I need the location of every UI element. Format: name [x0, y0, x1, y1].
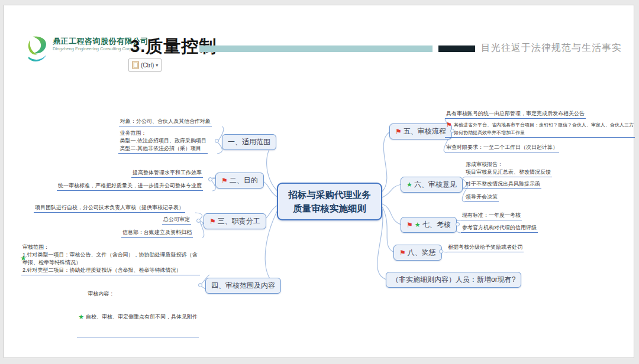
branch-node-audit-process: ⚑ 五、审核流程 — [389, 124, 452, 139]
slide-canvas: 鼎正工程咨询股份有限公司 Dingzheng Engineering Consu… — [0, 0, 639, 364]
branch-label: 六、审核意见 — [414, 180, 457, 190]
collapse-handle — [215, 139, 219, 143]
leaf-audit-content-title: 审核内容： — [78, 290, 198, 298]
branch-node-scope: 一、适用范围 — [222, 134, 276, 150]
leaf-duty-info-dept: 信息部：台账建立及资料归档 — [121, 229, 193, 238]
leaf-assessment-credit: 参考官方机构对代理的信用评级 — [461, 224, 538, 233]
collapse-handle — [208, 177, 212, 181]
leaf-process-platforms: ⚑ 其他进省外平台、省内地县市平台项目：走钉钉？微信？合伙人、审定人、合伙人三方… — [445, 121, 635, 138]
branch-node-audit-opinion: ★ 六、审核意见 — [401, 177, 463, 193]
collapse-handle — [456, 222, 460, 226]
collapse-handle — [198, 283, 202, 287]
leaf-purpose-standard: 统一审核标准，严格把好质量关，进一步提升公司整体专业度 — [57, 182, 203, 191]
leaf-purpose-efficiency: 提高整体管理水平和工作效率 — [131, 169, 203, 178]
leaf-audit-content: 审核内容： ★ 自校、审核、审定侧重点有所不同，具体见附件 — [77, 275, 199, 337]
collapse-handle — [439, 249, 443, 254]
star-icon: ★ — [78, 314, 84, 320]
leaf-process-time-limit: 审查时限要求：一至二个工作日（次日起计算） — [445, 144, 559, 152]
branch-node-purpose: ⚑ 二、目的 — [215, 173, 264, 188]
leaf-opinion-leader-meeting: 领导开会决策 — [464, 193, 499, 202]
leaf-audit-content-detail: 自校、审核、审定侧重点有所不同，具体见附件 — [86, 313, 198, 321]
flag-icon: ⚑ — [209, 218, 216, 225]
leaf-opinion-risk-letter: 对于不整改情况出具风险提示函 — [464, 180, 541, 189]
leaf-reward-rule: 根据考核分级给予奖励或者处罚 — [447, 243, 524, 252]
flag-icon: ⚑ — [446, 122, 452, 128]
star-icon: ★ — [415, 222, 421, 228]
leaf-opinion-report: 形成审核报告： 项目审核意见汇总表、整改情况反馈 — [464, 161, 552, 177]
branch-label: 一、适用范围 — [228, 137, 270, 147]
branch-node-assessment: ⚑ ★ 七、考核 — [401, 217, 457, 233]
branch-node-duties: ⚑ 三、职责分工 — [204, 213, 266, 229]
branch-label: （非实施细则内容）人员：新增or现有? — [392, 275, 515, 285]
leaf-scope-target: 对象：分公司、合伙人及其他合作对象 — [119, 118, 212, 126]
flag-icon: ⚑ — [399, 249, 406, 256]
leaf-audit-scope: 审核范围： 1.针对类型一项目：审核公告、文件（含合同），协协助处理质疑投诉（含… — [21, 243, 200, 275]
collapse-handle — [196, 219, 201, 223]
leaf-duty-hq: 总公司审定 — [162, 216, 191, 225]
leaf-duty-team: 项目团队进行自校，分公司技术负责人审核（提供审核记录表） — [34, 204, 185, 213]
leaf-process-platforms-text: 其他进省外平台、省内地县市平台项目：走钉钉？微信？合伙人、审定人、合伙人三方 如… — [454, 121, 634, 136]
leaf-assessment-standard: 现有标准：一年度一考核 — [461, 212, 522, 220]
star-icon: ★ — [406, 181, 412, 188]
branch-label: 五、审核流程 — [404, 126, 446, 136]
branch-label: 三、职责分工 — [218, 216, 260, 226]
branch-node-personnel: （非实施细则内容）人员：新增or现有? — [386, 272, 521, 288]
leaf-process-account: 具有审核账号的统一由总部管理，审定完成后发布相关公告 — [445, 110, 586, 119]
slide: 鼎正工程咨询股份有限公司 Dingzheng Engineering Consu… — [4, 5, 634, 358]
flag-icon: ⚑ — [406, 222, 413, 229]
mindmap-root-node: 招标与采购代理业务 质量审核实施细则 — [277, 183, 382, 220]
flag-icon: ⚑ — [395, 128, 402, 135]
branch-node-reward-punishment: ⚑ 八、奖惩 — [393, 245, 442, 261]
branch-label: 七、考核 — [422, 220, 451, 230]
branch-label: 四、审核范围及内容 — [211, 281, 275, 291]
leaf-scope-business: 业务范围： 类型一.依法必招项目、政府采购项目 类型二.其他非依法必招（采）项目 — [118, 129, 208, 154]
branch-label: 八、奖惩 — [408, 248, 436, 258]
branch-label: 二、目的 — [230, 176, 258, 186]
branch-node-audit-scope-content: 四、审核范围及内容 — [205, 278, 281, 294]
flag-icon: ⚑ — [221, 177, 228, 184]
